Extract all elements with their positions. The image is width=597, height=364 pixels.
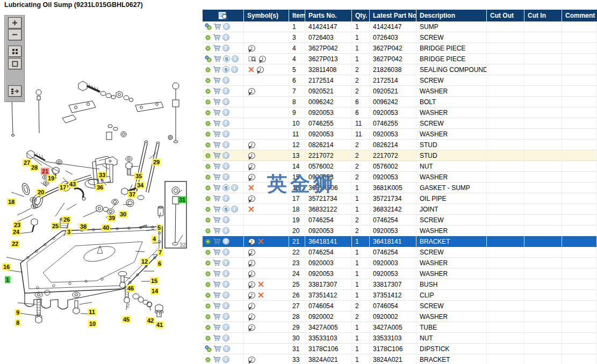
double-gear-icon[interactable] (205, 345, 212, 352)
info-icon[interactable]: i (231, 66, 238, 73)
callout-label[interactable]: 31 (178, 196, 186, 203)
callout-label[interactable]: 14 (150, 288, 159, 295)
info-icon[interactable]: i (222, 130, 229, 137)
gear-icon[interactable] (205, 195, 211, 202)
cart-icon[interactable] (213, 206, 221, 213)
callout-label[interactable]: 12 (140, 258, 149, 265)
table-row-selected[interactable]: i!2136418141136418141BRACKET (203, 236, 597, 247)
cart-icon[interactable] (213, 216, 221, 223)
table-row[interactable]: Si1836832122136832142JOINT (203, 204, 597, 215)
callout-label[interactable]: 17 (59, 184, 67, 191)
info-icon[interactable]: i (222, 195, 229, 202)
cart-icon[interactable] (213, 270, 221, 277)
info-icon[interactable]: i (222, 356, 229, 363)
cart-icon[interactable] (213, 163, 221, 170)
callout-label[interactable]: 29 (152, 159, 161, 166)
superseded-icon[interactable]: S (223, 55, 230, 62)
info-icon[interactable]: i (222, 152, 229, 159)
cart-icon[interactable] (213, 141, 221, 148)
callout-label[interactable]: 5 (156, 224, 162, 231)
gear-icon[interactable] (205, 185, 211, 191)
not-applicable-x-icon[interactable] (258, 292, 264, 298)
gear-icon[interactable] (205, 120, 211, 127)
callout-label[interactable]: 20 (37, 189, 45, 196)
cart-icon[interactable] (213, 345, 221, 352)
callout-label[interactable]: 11 (88, 309, 96, 316)
not-applicable-x-icon[interactable] (248, 185, 254, 191)
superseded-icon[interactable]: S (222, 206, 229, 213)
cart-icon[interactable] (213, 45, 221, 52)
cart-icon[interactable] (213, 334, 221, 341)
cart-icon[interactable] (213, 23, 221, 30)
superseded-icon[interactable]: S (222, 66, 229, 73)
table-row[interactable]: i3072640310726403SCREW (203, 32, 597, 43)
info-icon[interactable]: i (222, 281, 229, 288)
info-icon[interactable]: i (222, 98, 229, 105)
info-icon[interactable]: i (222, 141, 229, 148)
cart-icon[interactable] (213, 77, 221, 84)
table-row[interactable]: i3033533103133533103NUT (203, 333, 597, 344)
export-panel-button[interactable] (8, 85, 21, 97)
table-row[interactable]: i!2533817307133817307BUSH (203, 279, 597, 290)
callout-label[interactable]: 42 (146, 317, 155, 324)
table-row[interactable]: i100746255110746255SCREW (203, 118, 597, 129)
table-row[interactable]: i!15092005320920053WASHER (203, 172, 597, 183)
note-balloon-icon[interactable]: ! (248, 324, 255, 331)
cart-icon[interactable] (213, 109, 221, 116)
table-row[interactable]: i141424147141424147SUMP (203, 21, 597, 32)
cart-icon[interactable] (213, 34, 221, 41)
cart-icon[interactable] (213, 195, 221, 202)
info-icon[interactable]: i (231, 206, 238, 213)
callout-label[interactable]: 15 (150, 278, 159, 285)
info-icon[interactable]: i (222, 45, 229, 52)
table-row[interactable]: i!13221707222217072STUD (203, 150, 597, 161)
single-view-button[interactable] (8, 58, 21, 69)
callout-label[interactable]: 10 (88, 321, 97, 327)
tile-view-button[interactable] (8, 46, 21, 57)
cart-icon[interactable] (213, 184, 221, 191)
gear-icon[interactable] (205, 281, 211, 288)
info-icon[interactable]: i (222, 227, 229, 234)
gear-icon[interactable] (205, 67, 211, 73)
info-icon[interactable]: i (222, 238, 229, 245)
gear-icon[interactable] (205, 314, 211, 320)
table-row[interactable]: i!28092000220920002WASHER (203, 311, 597, 322)
gear-icon[interactable] (205, 45, 211, 52)
note-balloon-icon[interactable]: ! (248, 314, 255, 320)
cart-icon[interactable] (213, 152, 221, 159)
table-row[interactable]: Si163681K00613681K005GASKET - SUMP (203, 183, 597, 193)
gear-icon[interactable] (205, 142, 211, 148)
superseded-icon[interactable]: S (222, 184, 229, 191)
cart-icon[interactable] (213, 130, 221, 137)
callout-label[interactable]: 30 (119, 211, 127, 218)
info-icon[interactable]: i (222, 163, 229, 170)
gear-icon[interactable] (205, 163, 211, 170)
gear-icon[interactable] (205, 152, 211, 159)
gear-icon[interactable] (205, 228, 211, 234)
callout-label[interactable]: 24 (12, 229, 20, 236)
cart-icon[interactable] (213, 173, 221, 180)
cart-icon[interactable] (213, 259, 221, 266)
table-row[interactable]: i110920053110920053WASHER (203, 129, 597, 140)
zoom-out-button[interactable] (8, 29, 21, 40)
gear-icon[interactable] (205, 324, 211, 331)
callout-label[interactable]: 19 (47, 175, 55, 182)
double-gear-icon[interactable] (205, 23, 212, 30)
info-icon[interactable]: i (232, 55, 239, 62)
callout-label[interactable]: 18 (7, 199, 16, 206)
note-balloon-icon[interactable]: ! (259, 56, 266, 62)
table-row[interactable]: i!1735721734135721734OIL PIPE (203, 193, 597, 204)
gear-icon[interactable] (205, 88, 211, 94)
note-balloon-icon[interactable]: ! (248, 45, 255, 52)
info-icon[interactable]: i (231, 184, 238, 191)
callout-label[interactable]: 35 (134, 173, 143, 180)
table-row[interactable]: i!14057600220576002NUT (203, 161, 597, 172)
not-applicable-x-icon[interactable] (258, 281, 264, 287)
cart-icon[interactable] (213, 313, 221, 320)
not-applicable-x-icon[interactable] (258, 238, 264, 244)
note-balloon-icon[interactable]: ! (248, 152, 255, 159)
info-icon[interactable]: i (222, 334, 229, 341)
gear-icon[interactable] (205, 34, 211, 41)
info-icon[interactable]: i (222, 259, 229, 266)
callout-label[interactable]: 6 (157, 260, 162, 267)
